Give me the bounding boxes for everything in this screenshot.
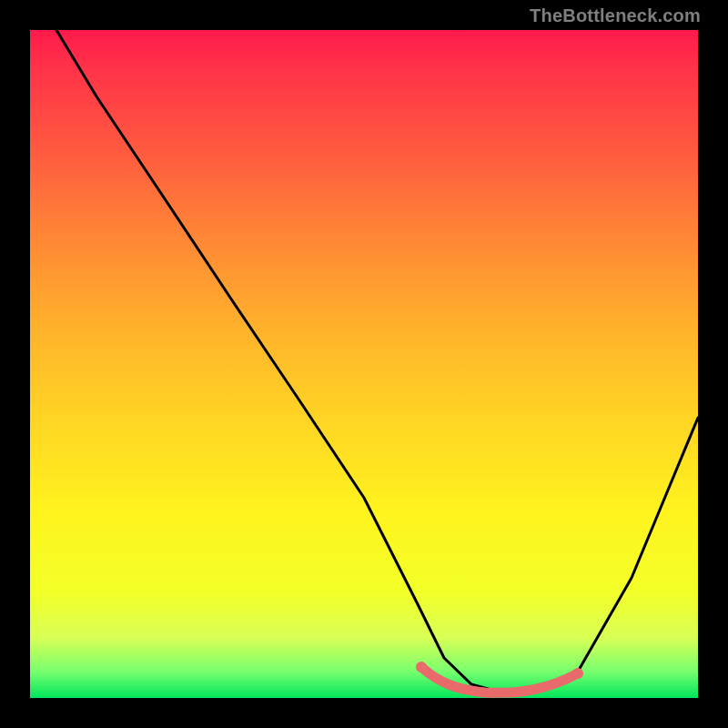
optimal-range-end-dot [572,668,583,679]
watermark-text: TheBottleneck.com [530,5,701,26]
bottleneck-curve [56,30,698,692]
optimal-range-marker [421,667,578,693]
chart-frame: TheBottleneck.com [0,0,728,728]
curve-layer [30,30,698,698]
plot-area [30,30,698,698]
optimal-range-end-dot [416,662,427,672]
